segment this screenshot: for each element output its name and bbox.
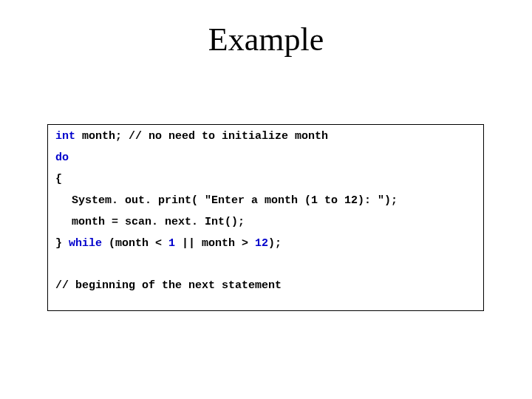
literal-1: 1 bbox=[168, 237, 175, 250]
code-text: ); bbox=[268, 237, 282, 250]
literal-12: 12 bbox=[255, 237, 268, 250]
code-line-7: // beginning of the next statement bbox=[55, 280, 476, 291]
slide-title: Example bbox=[0, 21, 532, 58]
code-line-2: do bbox=[55, 152, 476, 163]
slide: Example int month; // no need to initial… bbox=[0, 0, 532, 399]
code-line-1: int month; // no need to initialize mont… bbox=[55, 131, 476, 142]
code-line-5: month = scan. next. Int(); bbox=[55, 216, 476, 228]
code-comment: // no need to initialize month bbox=[129, 130, 328, 143]
keyword-int: int bbox=[55, 130, 75, 143]
code-line-6: } while (month < 1 || month > 12); bbox=[55, 238, 476, 249]
code-example-box: int month; // no need to initialize mont… bbox=[47, 124, 484, 311]
code-line-4: System. out. print( "Enter a month (1 to… bbox=[55, 195, 476, 206]
code-line-3: { bbox=[55, 174, 476, 185]
keyword-while: while bbox=[69, 237, 102, 250]
code-text: month; bbox=[75, 130, 129, 143]
code-text: || month > bbox=[175, 237, 255, 250]
keyword-do: do bbox=[55, 151, 69, 164]
code-text: } bbox=[55, 237, 69, 250]
blank-line bbox=[55, 259, 476, 270]
code-text: (month < bbox=[102, 237, 168, 250]
